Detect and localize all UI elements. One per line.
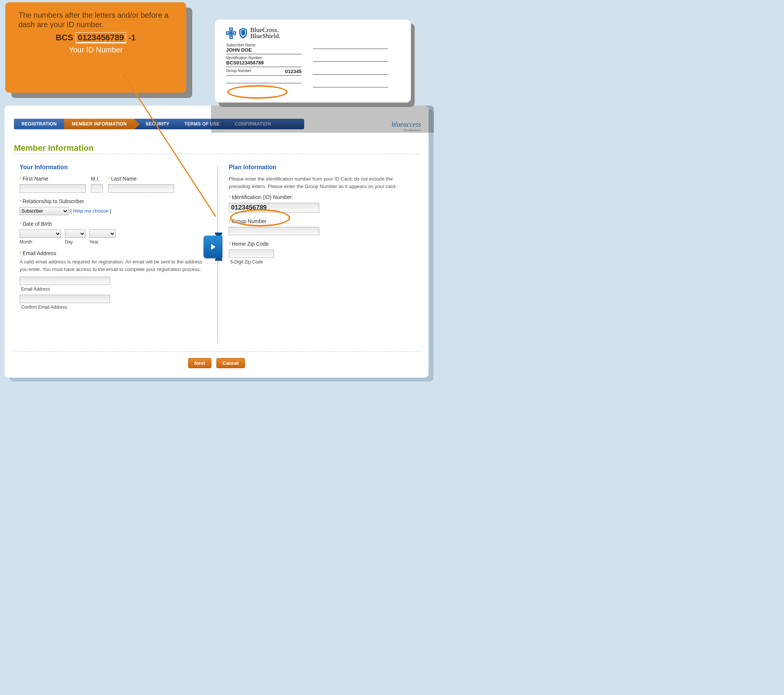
tab-registration[interactable]: REGISTRATION: [14, 119, 64, 129]
required-asterisk: *: [20, 176, 21, 182]
card-id-value: BCS0123456789: [226, 60, 301, 66]
relationship-label: Relationship to Subscriber: [23, 198, 84, 204]
zip-hint: 5-Digit Zip Code: [230, 259, 413, 265]
button-row: Next Cancel: [5, 358, 428, 368]
email-input[interactable]: [20, 277, 110, 285]
plan-info-instructions: Please enter the identification number f…: [229, 175, 413, 190]
divider-top: [14, 154, 419, 154]
tab-strip: REGISTRATION MEMBER INFORMATION SECURITY…: [14, 119, 278, 129]
card-id-label: Identification Number:: [226, 56, 301, 60]
svg-rect-5: [228, 33, 234, 34]
last-name-label: Last Name: [111, 176, 137, 182]
help-me-choose-link[interactable]: Help me choose: [73, 208, 109, 214]
bluecross-icon: [226, 28, 236, 39]
page-title: Member Information: [14, 143, 94, 153]
dob-month-select[interactable]: [20, 229, 61, 238]
required-asterisk: *: [20, 199, 21, 204]
main-panel: REGISTRATION MEMBER INFORMATION SECURITY…: [5, 105, 428, 378]
highlight-ellipse-field: [230, 209, 290, 227]
first-name-input[interactable]: [20, 184, 86, 193]
email-label: Email Address: [23, 250, 56, 256]
tooltip-number: 0123456789: [76, 32, 126, 43]
arrow-right-icon: [204, 236, 222, 258]
required-asterisk: *: [20, 222, 21, 227]
bcbs-brand-line2: BlueShield.: [250, 33, 280, 39]
dob-label: Date of Birth: [23, 221, 52, 227]
required-asterisk: *: [108, 176, 110, 182]
divider-bottom: [14, 351, 419, 352]
blueaccess-logo: blueaccess for Members: [392, 120, 421, 132]
tooltip-caption: Your ID Number: [18, 45, 173, 54]
dob-day-select[interactable]: [65, 229, 86, 238]
card-group-label: Group Number:: [226, 69, 252, 74]
blueaccess-subtext: for Members: [392, 128, 421, 132]
blueshield-icon: [239, 28, 247, 39]
id-number-tooltip: The numbers after the letters and/or bef…: [5, 2, 186, 93]
plan-information-heading: Plan Information: [229, 164, 413, 171]
dob-year-select[interactable]: [89, 229, 116, 238]
zip-label: Home Zip Code: [232, 241, 269, 247]
required-asterisk: *: [229, 242, 231, 247]
email-hint: Email Address: [21, 287, 204, 292]
confirm-email-hint: Confirm Email Address: [21, 305, 204, 310]
group-number-input[interactable]: [229, 227, 319, 235]
first-name-label: First Name: [23, 176, 48, 182]
relationship-select[interactable]: Subscriber: [20, 207, 69, 215]
required-asterisk: *: [20, 251, 21, 256]
mi-label: M.I.: [91, 176, 99, 182]
tooltip-prefix: BCS: [56, 33, 73, 42]
blueaccess-text: blueaccess: [392, 120, 421, 128]
card-group-value: 012345: [285, 69, 301, 74]
dob-year-hint: Year: [89, 239, 116, 245]
highlight-ellipse-card: [227, 85, 288, 99]
bcbs-logo: BlueCross. BlueShield.: [226, 27, 400, 39]
tooltip-suffix: -1: [128, 33, 136, 42]
zip-input[interactable]: [229, 250, 274, 258]
next-button[interactable]: Next: [188, 358, 211, 368]
email-help-text: A valid email address is required for re…: [20, 258, 204, 273]
card-subscriber-name-label: Subscriber Name:: [226, 43, 301, 47]
mi-input[interactable]: [91, 184, 103, 193]
dob-month-hint: Month: [20, 239, 61, 245]
last-name-input[interactable]: [108, 184, 174, 193]
required-asterisk: *: [229, 219, 231, 224]
your-information-heading: Your Information: [20, 164, 204, 171]
dob-day-hint: Day: [65, 239, 86, 245]
bcbs-logo-text: BlueCross. BlueShield.: [250, 27, 280, 39]
tooltip-text: The numbers after the letters and/or bef…: [18, 11, 173, 30]
tooltip-example: BCS 0123456789 -1: [18, 33, 173, 43]
your-information-section: Your Information *First Name M.I. *Last …: [20, 164, 204, 315]
tab-confirmation[interactable]: CONFIRMATION: [227, 119, 278, 129]
confirm-email-input[interactable]: [20, 295, 110, 303]
tab-member-information[interactable]: MEMBER INFORMATION: [64, 119, 134, 129]
tab-terms-of-use[interactable]: TERMS OF USE: [177, 119, 227, 129]
required-asterisk: *: [229, 195, 231, 200]
card-subscriber-name-value: JOHN DOE: [226, 47, 301, 53]
cancel-button[interactable]: Cancel: [216, 358, 245, 368]
id-number-label: Identification (ID) Number:: [232, 194, 293, 200]
